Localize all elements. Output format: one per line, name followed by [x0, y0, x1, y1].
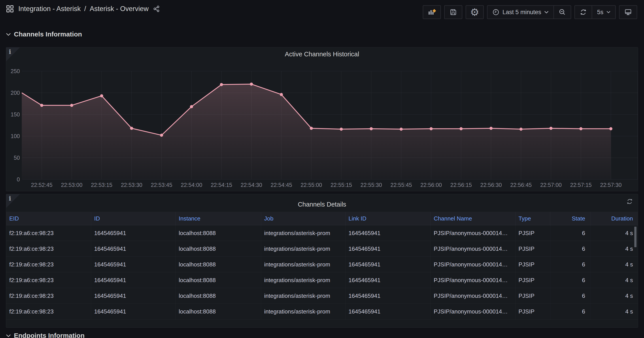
breadcrumb-separator: / [84, 5, 87, 13]
series-point [160, 134, 163, 137]
y-axis-tick-label: 0 [17, 176, 20, 182]
column-header-duration[interactable]: Duration [590, 212, 638, 225]
panel-channels-details: i Channels Details EIDIDInstanceJobLink … [6, 194, 638, 327]
series-point [490, 127, 492, 130]
time-range-label: Last 5 minutes [502, 9, 541, 16]
table-header-row: EIDIDInstanceJobLink IDChannel NameTypeS… [6, 212, 638, 225]
table-cell-eid: f2:19:a6:ce:98:23 [6, 225, 91, 241]
x-axis-tick-label: 22:56:00 [420, 182, 442, 188]
table-cell-channel-name: PJSIP/anonymous-000014… [430, 288, 515, 304]
section-label: Endpoints Information [14, 332, 84, 338]
table-cell-job: integrations/asterisk-prom [261, 304, 345, 319]
x-axis-tick-label: 22:55:15 [330, 182, 352, 188]
table-cell-channel-name: PJSIP/anonymous-000014… [430, 304, 515, 319]
x-axis-tick-label: 22:53:15 [91, 182, 112, 188]
series-point [100, 94, 103, 97]
table-cell-state: 6 [550, 241, 590, 257]
table-cell-id: 1645465941 [91, 225, 176, 241]
x-axis-tick-label: 22:56:30 [480, 182, 502, 188]
apps-grid-icon[interactable] [6, 5, 14, 13]
zoom-out-time-button[interactable] [554, 6, 571, 19]
section-channels-information[interactable]: Channels Information [6, 31, 82, 38]
channels-details-table: EIDIDInstanceJobLink IDChannel NameTypeS… [6, 212, 638, 319]
panel-refresh-icon[interactable] [626, 198, 633, 205]
zoom-out-icon [559, 9, 566, 16]
x-axis-tick-label: 22:57:30 [600, 182, 622, 188]
time-picker-group: Last 5 minutes [487, 5, 571, 19]
column-header-link-id[interactable]: Link ID [345, 212, 430, 225]
column-header-eid[interactable]: EID [6, 212, 91, 225]
x-axis-tick-label: 22:55:45 [390, 182, 412, 188]
series-point [460, 127, 463, 130]
table-cell-id: 1645465941 [91, 257, 176, 272]
column-header-instance[interactable]: Instance [176, 212, 261, 225]
table-scroll-area: EIDIDInstanceJobLink IDChannel NameTypeS… [6, 212, 638, 327]
table-cell-state: 6 [550, 304, 590, 319]
refresh-dashboard-button[interactable] [575, 6, 592, 19]
x-axis-tick-label: 22:54:30 [241, 182, 262, 188]
add-panel-button[interactable] [423, 5, 441, 19]
top-navbar: Integration - Asterisk / Asterisk - Over… [0, 0, 644, 24]
table-row: f2:19:a6:ce:98:231645465941localhost:808… [6, 304, 638, 319]
x-axis-tick-label: 22:54:15 [210, 182, 232, 188]
table-scrollbar-thumb[interactable] [634, 226, 637, 248]
table-cell-duration: 4 s [590, 272, 638, 288]
table-cell-job: integrations/asterisk-prom [261, 257, 345, 272]
series-point [280, 93, 283, 96]
table-cell-type: PJSIP [515, 304, 550, 319]
column-header-channel-name[interactable]: Channel Name [430, 212, 515, 225]
add-panel-icon [428, 8, 436, 16]
refresh-interval-picker[interactable]: 5s [592, 6, 615, 19]
column-header-job[interactable]: Job [261, 212, 345, 225]
table-row: f2:19:a6:ce:98:231645465941localhost:808… [6, 257, 638, 272]
series-area-fill [22, 84, 611, 179]
table-cell-instance: localhost:8088 [176, 304, 261, 319]
column-header-id[interactable]: ID [91, 212, 176, 225]
chevron-down-icon [606, 11, 610, 14]
table-cell-link-id: 1645465941 [345, 304, 430, 319]
series-point [130, 127, 133, 130]
table-cell-state: 6 [550, 257, 590, 272]
x-axis-tick-label: 22:54:45 [271, 182, 292, 188]
table-cell-link-id: 1645465941 [345, 257, 430, 272]
table-cell-job: integrations/asterisk-prom [261, 272, 345, 288]
chevron-down-icon [544, 11, 549, 14]
x-axis-tick-label: 22:54:00 [181, 182, 202, 188]
table-panel-title[interactable]: Channels Details [6, 201, 638, 208]
table-cell-type: PJSIP [515, 288, 550, 304]
y-axis-tick-label: 150 [10, 111, 20, 118]
breadcrumb-folder[interactable]: Integration - Asterisk [18, 5, 81, 13]
y-axis-tick-label: 50 [14, 155, 20, 161]
table-cell-id: 1645465941 [91, 288, 176, 304]
series-point [40, 104, 43, 107]
x-axis-tick-label: 22:53:00 [61, 182, 82, 188]
save-dashboard-button[interactable] [444, 5, 462, 19]
series-point [609, 127, 612, 130]
y-axis-tick-label: 200 [10, 90, 20, 96]
x-axis-tick-label: 22:56:15 [450, 182, 472, 188]
time-range-picker[interactable]: Last 5 minutes [488, 6, 554, 19]
table-cell-instance: localhost:8088 [176, 241, 261, 257]
refresh-icon [580, 9, 587, 16]
y-axis-tick-label: 100 [10, 133, 20, 139]
table-cell-state: 6 [550, 272, 590, 288]
section-endpoints-information[interactable]: Endpoints Information [6, 332, 84, 338]
table-cell-duration: 4 s [590, 304, 638, 319]
table-cell-channel-name: PJSIP/anonymous-000014… [430, 225, 515, 241]
gear-icon: ⚙ [470, 7, 479, 17]
table-row: f2:19:a6:ce:98:231645465941localhost:808… [6, 272, 638, 288]
table-cell-eid: f2:19:a6:ce:98:23 [6, 241, 91, 257]
share-alt-icon[interactable] [153, 5, 160, 12]
series-point [340, 128, 343, 131]
table-cell-link-id: 1645465941 [345, 288, 430, 304]
table-cell-id: 1645465941 [91, 272, 176, 288]
breadcrumb-dashboard[interactable]: Asterisk - Overview [90, 5, 148, 13]
dashboard-settings-button[interactable]: ⚙ [466, 5, 484, 19]
table-cell-channel-name: PJSIP/anonymous-000014… [430, 257, 515, 272]
column-header-type[interactable]: Type [515, 212, 550, 225]
cycle-view-mode-button[interactable] [619, 5, 637, 19]
x-axis-tick-label: 22:52:45 [31, 182, 52, 188]
table-cell-job: integrations/asterisk-prom [261, 288, 345, 304]
table-cell-channel-name: PJSIP/anonymous-000014… [430, 241, 515, 257]
column-header-state[interactable]: State [550, 212, 590, 225]
